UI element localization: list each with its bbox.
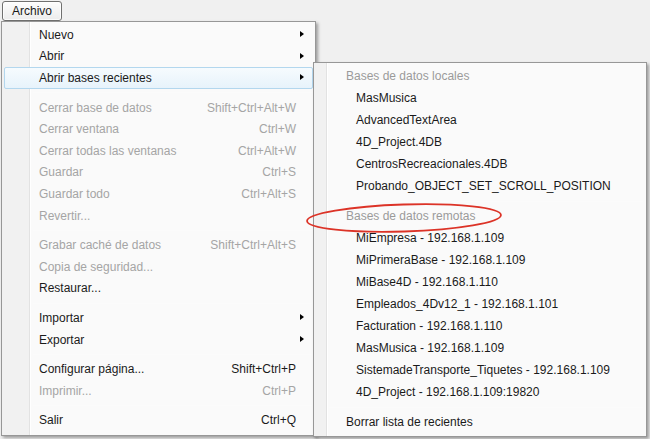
menu-item-grabar-cache-de-datos[interactable]: Grabar caché de datos Shift+Ctrl+Alt+S <box>4 234 313 256</box>
menu-item-label: Guardar todo <box>39 187 110 201</box>
menu-item-label: Revertir... <box>39 209 90 223</box>
recent-databases-submenu: Bases de datos locales MasMusica Advance… <box>313 62 647 437</box>
menu-item-label: Guardar <box>39 165 83 179</box>
menu-item-label: Abrir <box>39 49 64 63</box>
menu-item-label: Configurar página... <box>39 362 144 376</box>
submenu-arrow-icon <box>300 314 304 320</box>
menu-item-abrir-bases-recientes[interactable]: Abrir bases recientes <box>4 67 313 89</box>
remote-db-item[interactable]: MasMusica - 192.168.1.109 <box>316 337 644 359</box>
menu-item-label: Nuevo <box>39 28 74 42</box>
submenu-arrow-icon <box>300 74 304 80</box>
menu-separator <box>329 201 643 202</box>
menu-item-label: Abrir bases recientes <box>39 71 152 85</box>
menu-item-shortcut: Ctrl+Alt+S <box>241 187 296 201</box>
section-header-label: Bases de datos remotas <box>346 209 475 223</box>
menu-separator <box>33 354 312 355</box>
menu-item-cerrar-todas-las-ventanas[interactable]: Cerrar todas las ventanas Ctrl+Alt+W <box>4 140 313 162</box>
menu-item-label: Cerrar ventana <box>39 122 119 136</box>
menu-item-guardar[interactable]: Guardar Ctrl+S <box>4 162 313 184</box>
menu-item-importar[interactable]: Importar <box>4 307 313 329</box>
menu-item-shortcut: Ctrl+W <box>259 122 296 136</box>
menu-item-shortcut: Ctrl+S <box>262 165 296 179</box>
menu-separator <box>33 92 312 93</box>
file-menu-dropdown: Nuevo Abrir Abrir bases recientes Cerrar… <box>1 21 316 436</box>
submenu-arrow-icon <box>300 31 304 37</box>
menu-item-salir[interactable]: Salir Ctrl+Q <box>4 410 313 432</box>
menu-item-shortcut: Shift+Ctrl+P <box>231 362 296 376</box>
menu-item-label: Restaurar... <box>39 281 101 295</box>
submenu-arrow-icon <box>300 53 304 59</box>
db-item-label: MiBase4D - 192.168.1.110 <box>356 275 498 289</box>
menu-item-label: Cerrar todas las ventanas <box>39 144 176 158</box>
db-item-label: MiPrimeraBase - 192.168.1.109 <box>356 253 525 267</box>
remote-db-item[interactable]: MiBase4D - 192.168.1.110 <box>316 271 644 293</box>
menu-item-guardar-todo[interactable]: Guardar todo Ctrl+Alt+S <box>4 183 313 205</box>
db-item-label: Facturation - 192.168.1.110 <box>356 319 503 333</box>
local-db-item[interactable]: 4D_Project.4DB <box>316 131 644 153</box>
local-db-item[interactable]: CentrosRecreacionales.4DB <box>316 153 644 175</box>
remote-db-item[interactable]: Facturation - 192.168.1.110 <box>316 315 644 337</box>
menu-separator <box>329 407 643 408</box>
db-item-label: 4D_Project.4DB <box>356 135 442 149</box>
local-db-item[interactable]: AdvancedTextArea <box>316 109 644 131</box>
remote-db-item[interactable]: SistemadeTransporte_Tiquetes - 192.168.1… <box>316 359 644 381</box>
menu-item-label: Cerrar base de datos <box>39 101 152 115</box>
remote-db-item[interactable]: 4D_Project - 192.168.1.109:19820 <box>316 381 644 403</box>
menu-item-label: Imprimir... <box>39 384 92 398</box>
submenu-arrow-icon <box>300 336 304 342</box>
menu-separator <box>33 230 312 231</box>
menu-item-shortcut: Ctrl+Alt+W <box>238 144 296 158</box>
menu-item-label: Exportar <box>39 333 84 347</box>
db-item-label: Empleados_4Dv12_1 - 192.168.1.101 <box>356 297 558 311</box>
menubar-item-label: Archivo <box>12 4 52 18</box>
menu-item-nuevo[interactable]: Nuevo <box>4 24 313 46</box>
db-item-label: MiEmpresa - 192.168.1.109 <box>356 231 504 245</box>
menu-item-borrar-lista-de-recientes[interactable]: Borrar lista de recientes <box>316 411 644 433</box>
local-db-item[interactable]: MasMusica <box>316 87 644 109</box>
menu-item-cerrar-base-de-datos[interactable]: Cerrar base de datos Shift+Ctrl+Alt+W <box>4 97 313 119</box>
local-databases-section-header: Bases de datos locales <box>316 65 644 87</box>
remote-databases-section-header: Bases de datos remotas <box>316 205 644 227</box>
menu-item-label: Borrar lista de recientes <box>346 415 473 429</box>
remote-db-item[interactable]: Empleados_4Dv12_1 - 192.168.1.101 <box>316 293 644 315</box>
db-item-label: 4D_Project - 192.168.1.109:19820 <box>356 385 539 399</box>
menu-item-shortcut: Ctrl+Q <box>261 413 296 427</box>
db-item-label: CentrosRecreacionales.4DB <box>356 157 507 171</box>
menu-item-cerrar-ventana[interactable]: Cerrar ventana Ctrl+W <box>4 118 313 140</box>
menu-item-imprimir[interactable]: Imprimir... Ctrl+P <box>4 380 313 402</box>
menu-item-revertir[interactable]: Revertir... <box>4 205 313 227</box>
db-item-label: SistemadeTransporte_Tiquetes - 192.168.1… <box>356 363 610 377</box>
menu-item-shortcut: Shift+Ctrl+Alt+S <box>210 238 296 252</box>
menu-item-label: Copia de seguridad... <box>39 260 153 274</box>
menu-item-abrir[interactable]: Abrir <box>4 46 313 68</box>
section-header-label: Bases de datos locales <box>346 69 469 83</box>
menu-item-restaurar[interactable]: Restaurar... <box>4 278 313 300</box>
local-db-item[interactable]: Probando_OBJECT_SET_SCROLL_POSITION <box>316 175 644 197</box>
menu-item-label: Grabar caché de datos <box>39 238 161 252</box>
menu-item-shortcut: Ctrl+P <box>262 384 296 398</box>
db-item-label: MasMusica - 192.168.1.109 <box>356 341 504 355</box>
remote-db-item[interactable]: MiEmpresa - 192.168.1.109 <box>316 227 644 249</box>
menu-item-configurar-pagina[interactable]: Configurar página... Shift+Ctrl+P <box>4 358 313 380</box>
menu-item-exportar[interactable]: Exportar <box>4 329 313 351</box>
menu-separator <box>33 303 312 304</box>
db-item-label: Probando_OBJECT_SET_SCROLL_POSITION <box>356 179 611 193</box>
db-item-label: MasMusica <box>356 91 417 105</box>
menu-item-label: Salir <box>39 413 63 427</box>
menu-separator <box>33 405 312 406</box>
menubar-item-archivo[interactable]: Archivo <box>2 1 62 21</box>
db-item-label: AdvancedTextArea <box>356 113 457 127</box>
menu-item-label: Importar <box>39 311 84 325</box>
remote-db-item[interactable]: MiPrimeraBase - 192.168.1.109 <box>316 249 644 271</box>
menu-item-copia-de-seguridad[interactable]: Copia de seguridad... <box>4 256 313 278</box>
menu-item-shortcut: Shift+Ctrl+Alt+W <box>207 101 296 115</box>
